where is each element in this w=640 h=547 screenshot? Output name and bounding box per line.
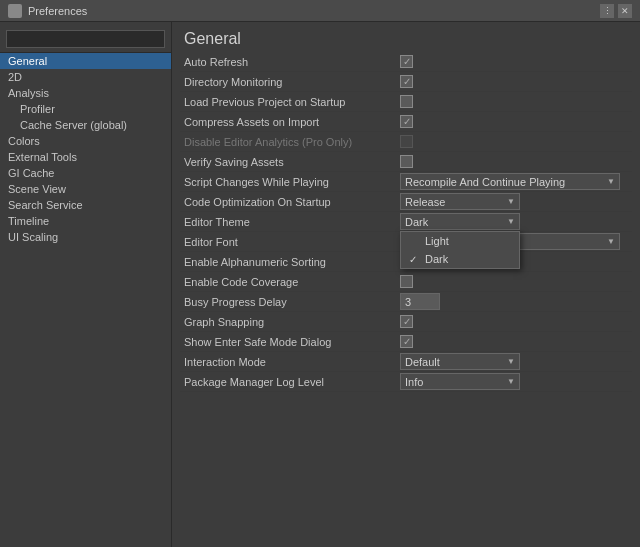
dropdown-arrow-interaction-mode: ▼ <box>507 357 515 366</box>
settings-label-package-manager-log: Package Manager Log Level <box>180 376 400 388</box>
settings-control-directory-monitoring <box>400 75 632 88</box>
sidebar-item-scene-view[interactable]: Scene View <box>0 181 171 197</box>
theme-option-light[interactable]: Light <box>401 232 519 250</box>
title-bar-icon <box>8 4 22 18</box>
settings-label-interaction-mode: Interaction Mode <box>180 356 400 368</box>
settings-control-show-enter-safe-mode <box>400 335 632 348</box>
settings-label-enable-code-coverage: Enable Code Coverage <box>180 276 400 288</box>
settings-row-directory-monitoring: Directory Monitoring <box>180 72 632 92</box>
sidebar-item-general[interactable]: General <box>0 53 171 69</box>
settings-label-directory-monitoring: Directory Monitoring <box>180 76 400 88</box>
settings-control-enable-code-coverage <box>400 275 632 288</box>
sidebar-item-analysis[interactable]: Analysis <box>0 85 171 101</box>
sidebar-item-external-tools[interactable]: External Tools <box>0 149 171 165</box>
settings-control-editor-theme: Dark▼Light✓Dark <box>400 213 632 230</box>
settings-label-verify-saving: Verify Saving Assets <box>180 156 400 168</box>
checkbox-graph-snapping[interactable] <box>400 315 413 328</box>
dropdown-container-editor-theme: Dark▼Light✓Dark <box>400 213 520 230</box>
sidebar-item-gi-cache[interactable]: GI Cache <box>0 165 171 181</box>
settings-row-code-optimization: Code Optimization On StartupRelease▼ <box>180 192 632 212</box>
dropdown-container-package-manager-log: Info▼ <box>400 373 520 390</box>
settings-label-busy-progress-delay: Busy Progress Delay <box>180 296 400 308</box>
settings-control-package-manager-log: Info▼ <box>400 373 632 390</box>
settings-label-compress-assets: Compress Assets on Import <box>180 116 400 128</box>
checkbox-disable-analytics <box>400 135 413 148</box>
dropdown-arrow-package-manager-log: ▼ <box>507 377 515 386</box>
dropdown-interaction-mode[interactable]: Default▼ <box>400 353 520 370</box>
settings-label-editor-theme: Editor Theme <box>180 216 400 228</box>
checkbox-auto-refresh[interactable] <box>400 55 413 68</box>
dropdown-value-interaction-mode: Default <box>405 356 440 368</box>
sidebar-item-colors[interactable]: Colors <box>0 133 171 149</box>
checkbox-directory-monitoring[interactable] <box>400 75 413 88</box>
dropdown-arrow-editor-font: ▼ <box>607 237 615 246</box>
settings-row-script-changes: Script Changes While PlayingRecompile An… <box>180 172 632 192</box>
title-bar-close-button[interactable]: ✕ <box>618 4 632 18</box>
settings-control-compress-assets <box>400 115 632 128</box>
settings-control-code-optimization: Release▼ <box>400 193 632 210</box>
content-panel: General Auto RefreshDirectory Monitoring… <box>172 22 640 547</box>
settings-row-load-previous: Load Previous Project on Startup <box>180 92 632 112</box>
settings-row-busy-progress-delay: Busy Progress Delay <box>180 292 632 312</box>
settings-row-compress-assets: Compress Assets on Import <box>180 112 632 132</box>
dropdown-package-manager-log[interactable]: Info▼ <box>400 373 520 390</box>
dropdown-value-editor-theme: Dark <box>405 216 428 228</box>
settings-control-auto-refresh <box>400 55 632 68</box>
dropdown-arrow-script-changes: ▼ <box>607 177 615 186</box>
settings-control-interaction-mode: Default▼ <box>400 353 632 370</box>
checkbox-enable-code-coverage[interactable] <box>400 275 413 288</box>
sidebar-item-2d[interactable]: 2D <box>0 69 171 85</box>
checkbox-verify-saving[interactable] <box>400 155 413 168</box>
theme-option-dark[interactable]: ✓Dark <box>401 250 519 268</box>
settings-control-script-changes: Recompile And Continue Playing▼ <box>400 173 632 190</box>
dropdown-code-optimization[interactable]: Release▼ <box>400 193 520 210</box>
settings-row-verify-saving: Verify Saving Assets <box>180 152 632 172</box>
theme-label-light: Light <box>425 235 449 247</box>
settings-label-disable-analytics: Disable Editor Analytics (Pro Only) <box>180 136 400 148</box>
dropdown-arrow-editor-theme: ▼ <box>507 217 515 226</box>
title-bar-menu-button[interactable]: ⋮ <box>600 4 614 18</box>
title-bar: Preferences ⋮ ✕ <box>0 0 640 22</box>
theme-label-dark: Dark <box>425 253 448 265</box>
theme-dropdown-popup: Light✓Dark <box>400 231 520 269</box>
settings-label-code-optimization: Code Optimization On Startup <box>180 196 400 208</box>
dropdown-value-code-optimization: Release <box>405 196 445 208</box>
settings-label-load-previous: Load Previous Project on Startup <box>180 96 400 108</box>
dropdown-container-script-changes: Recompile And Continue Playing▼ <box>400 173 620 190</box>
sidebar: General2DAnalysisProfilerCache Server (g… <box>0 22 172 547</box>
sidebar-item-cache-server[interactable]: Cache Server (global) <box>0 117 171 133</box>
settings-control-disable-analytics <box>400 135 632 148</box>
settings-control-graph-snapping <box>400 315 632 328</box>
checkbox-load-previous[interactable] <box>400 95 413 108</box>
settings-row-show-enter-safe-mode: Show Enter Safe Mode Dialog <box>180 332 632 352</box>
input-busy-progress-delay[interactable] <box>400 293 440 310</box>
sidebar-item-ui-scaling[interactable]: UI Scaling <box>0 229 171 245</box>
sidebar-item-profiler[interactable]: Profiler <box>0 101 171 117</box>
title-bar-title: Preferences <box>28 5 87 17</box>
settings-row-interaction-mode: Interaction ModeDefault▼ <box>180 352 632 372</box>
sidebar-item-timeline[interactable]: Timeline <box>0 213 171 229</box>
dropdown-container-code-optimization: Release▼ <box>400 193 520 210</box>
settings-label-enable-alphanumeric: Enable Alphanumeric Sorting <box>180 256 400 268</box>
settings-label-graph-snapping: Graph Snapping <box>180 316 400 328</box>
settings-row-package-manager-log: Package Manager Log LevelInfo▼ <box>180 372 632 392</box>
settings-row-enable-code-coverage: Enable Code Coverage <box>180 272 632 292</box>
checkbox-compress-assets[interactable] <box>400 115 413 128</box>
settings-control-busy-progress-delay <box>400 293 632 310</box>
settings-label-editor-font: Editor Font <box>180 236 400 248</box>
settings-control-verify-saving <box>400 155 632 168</box>
theme-checkmark-dark: ✓ <box>409 254 421 265</box>
dropdown-script-changes[interactable]: Recompile And Continue Playing▼ <box>400 173 620 190</box>
settings-label-auto-refresh: Auto Refresh <box>180 56 400 68</box>
settings-control-load-previous <box>400 95 632 108</box>
sidebar-item-search-service[interactable]: Search Service <box>0 197 171 213</box>
settings-row-editor-theme: Editor ThemeDark▼Light✓Dark <box>180 212 632 232</box>
dropdown-arrow-code-optimization: ▼ <box>507 197 515 206</box>
settings-row-disable-analytics: Disable Editor Analytics (Pro Only) <box>180 132 632 152</box>
checkbox-show-enter-safe-mode[interactable] <box>400 335 413 348</box>
settings-row-auto-refresh: Auto Refresh <box>180 52 632 72</box>
dropdown-editor-theme[interactable]: Dark▼ <box>400 213 520 230</box>
dropdown-value-package-manager-log: Info <box>405 376 423 388</box>
settings-label-script-changes: Script Changes While Playing <box>180 176 400 188</box>
sidebar-search-input[interactable] <box>6 30 165 48</box>
